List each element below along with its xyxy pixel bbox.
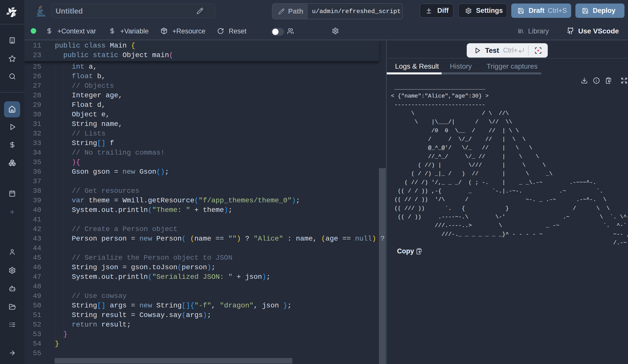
svg-text:Java: Java — [36, 13, 45, 17]
